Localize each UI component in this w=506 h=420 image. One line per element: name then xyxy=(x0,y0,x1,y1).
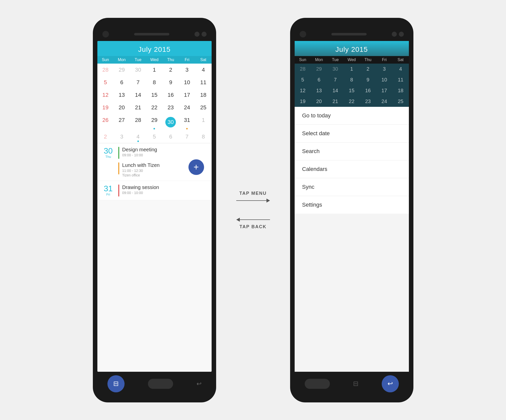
menu-item-search[interactable]: Search xyxy=(295,143,409,160)
cal-cell[interactable]: 28 xyxy=(130,114,146,130)
mcal-cell[interactable]: 19 xyxy=(295,96,311,107)
cal-cell[interactable]: 2 xyxy=(97,130,114,143)
cal-cell[interactable]: 17 xyxy=(179,89,195,101)
cal-cell[interactable]: 5 xyxy=(146,130,163,143)
arrow-head xyxy=(266,199,270,203)
mcal-cell[interactable]: 6 xyxy=(311,74,327,85)
mcal-cell[interactable]: 29 xyxy=(311,64,327,74)
mcal-cell[interactable]: 16 xyxy=(360,85,376,96)
cal-cell[interactable]: 12 xyxy=(97,89,114,101)
cal-cell[interactable]: 28 xyxy=(97,64,114,76)
cal-cell[interactable]: 6 xyxy=(113,76,130,89)
cal-cell[interactable]: 27 xyxy=(113,114,130,130)
cal-cell[interactable]: 9 xyxy=(163,76,179,89)
wd-thu: Thu xyxy=(163,58,179,62)
event-item-drawing-session[interactable]: Drawing session 09:00 - 10:00 xyxy=(118,184,208,197)
calendar-grid-left: 28 29 30 1 2 3 4 5 6 7 8 9 10 11 12 13 1… xyxy=(97,64,212,143)
event-title: Drawing session xyxy=(122,184,159,190)
mcal-cell[interactable]: 24 xyxy=(376,96,393,107)
cal-cell[interactable]: 3 xyxy=(113,130,130,143)
recent-apps-button[interactable]: ⊟ xyxy=(107,375,125,392)
cal-cell[interactable]: 22 xyxy=(146,101,163,114)
home-button-right[interactable] xyxy=(305,379,330,389)
mcal-cell[interactable]: 23 xyxy=(360,96,376,107)
mcal-cell[interactable]: 9 xyxy=(360,74,376,85)
cal-cell[interactable]: 4 xyxy=(195,64,212,76)
cal-cell[interactable]: 20 xyxy=(113,101,130,114)
dot1-left xyxy=(194,32,200,37)
cal-cell[interactable]: 16 xyxy=(163,89,179,101)
mcal-cell[interactable]: 11 xyxy=(393,74,409,85)
cal-cell[interactable]: 14 xyxy=(130,89,146,101)
wd-sun: Sun xyxy=(97,58,114,62)
cal-cell[interactable]: 13 xyxy=(113,89,130,101)
cal-cell[interactable]: 11 xyxy=(195,76,212,89)
mcal-cell[interactable]: 13 xyxy=(311,85,327,96)
cal-cell[interactable]: 2 xyxy=(163,64,179,76)
cal-cell[interactable]: 29 xyxy=(113,64,130,76)
mcal-cell[interactable]: 22 xyxy=(343,96,360,107)
mcal-cell[interactable]: 25 xyxy=(393,96,409,107)
mcal-cell[interactable]: 2 xyxy=(360,64,376,74)
mcal-cell[interactable]: 3 xyxy=(376,64,393,74)
cal-cell[interactable]: 25 xyxy=(195,101,212,114)
back-button[interactable]: ↩ xyxy=(197,380,202,387)
menu-item-go-to-today[interactable]: Go to today xyxy=(295,107,409,125)
wd-sat: Sat xyxy=(195,58,212,62)
phone-right: July 2015 Sun Mon Tue Wed Thu Fri Sat 28… xyxy=(290,18,413,402)
cal-cell[interactable]: 19 xyxy=(97,101,114,114)
menu-item-select-date[interactable]: Select date xyxy=(295,125,409,143)
mcal-cell[interactable]: 7 xyxy=(327,74,343,85)
mcal-cell[interactable]: 20 xyxy=(311,96,327,107)
event-item-design-meeting[interactable]: Design meeting 09:00 - 10:00 xyxy=(118,147,208,159)
screen-left: July 2015 Sun Mon Tue Wed Thu Fri Sat 28… xyxy=(97,41,212,372)
cal-cell[interactable]: 5 xyxy=(97,76,114,89)
mcal-cell[interactable]: 8 xyxy=(343,74,360,85)
menu-item-calendars[interactable]: Calendars xyxy=(295,160,409,178)
cal-cell[interactable]: 3 xyxy=(179,64,195,76)
menu-item-sync[interactable]: Sync xyxy=(295,178,409,196)
event-title: Design meeting xyxy=(122,147,157,153)
menu-item-settings[interactable]: Settings xyxy=(295,196,409,214)
mcal-cell[interactable]: 17 xyxy=(376,85,393,96)
home-button[interactable] xyxy=(148,379,173,389)
cal-cell[interactable]: 23 xyxy=(163,101,179,114)
cal-cell[interactable]: 21 xyxy=(130,101,146,114)
phone-left: July 2015 Sun Mon Tue Wed Thu Fri Sat 28… xyxy=(93,18,216,402)
mcal-cell[interactable]: 18 xyxy=(393,85,409,96)
cal-cell[interactable]: 7 xyxy=(179,130,195,143)
fab-add-button[interactable]: + xyxy=(188,159,204,175)
cal-cell[interactable]: 24 xyxy=(179,101,195,114)
cal-cell[interactable]: 31 xyxy=(179,114,195,130)
cal-cell[interactable]: 1 xyxy=(146,64,163,76)
mcal-cell[interactable]: 14 xyxy=(327,85,343,96)
mcal-cell[interactable]: 30 xyxy=(327,64,343,74)
cal-cell[interactable]: 8 xyxy=(195,130,212,143)
mcal-cell[interactable]: 1 xyxy=(343,64,360,74)
cal-cell[interactable]: 30 xyxy=(130,64,146,76)
back-button-right[interactable]: ↩ xyxy=(382,375,399,392)
cal-cell[interactable]: 15 xyxy=(146,89,163,101)
mcal-cell[interactable]: 4 xyxy=(393,64,409,74)
tap-menu-instruction: TAP MENU xyxy=(236,191,270,203)
mwd-thu: Thu xyxy=(360,58,376,62)
mcal-cell[interactable]: 12 xyxy=(295,85,311,96)
arrow-head-left xyxy=(236,218,240,222)
cal-cell[interactable]: 29 xyxy=(146,114,163,130)
cal-cell-today[interactable]: 30 xyxy=(163,114,179,130)
cal-cell[interactable]: 26 xyxy=(97,114,114,130)
mcal-cell[interactable]: 28 xyxy=(295,64,311,74)
cal-cell[interactable]: 4 xyxy=(130,130,146,143)
cal-cell[interactable]: 10 xyxy=(179,76,195,89)
cal-cell[interactable]: 7 xyxy=(130,76,146,89)
event-items-31: Drawing session 09:00 - 10:00 xyxy=(115,184,208,197)
mcal-cell[interactable]: 10 xyxy=(376,74,393,85)
event-bar-orange xyxy=(118,162,119,174)
cal-cell[interactable]: 1 xyxy=(195,114,212,130)
cal-cell[interactable]: 18 xyxy=(195,89,212,101)
mcal-cell[interactable]: 21 xyxy=(327,96,343,107)
mcal-cell[interactable]: 15 xyxy=(343,85,360,96)
cal-cell[interactable]: 6 xyxy=(163,130,179,143)
mcal-cell[interactable]: 5 xyxy=(295,74,311,85)
cal-cell[interactable]: 8 xyxy=(146,76,163,89)
